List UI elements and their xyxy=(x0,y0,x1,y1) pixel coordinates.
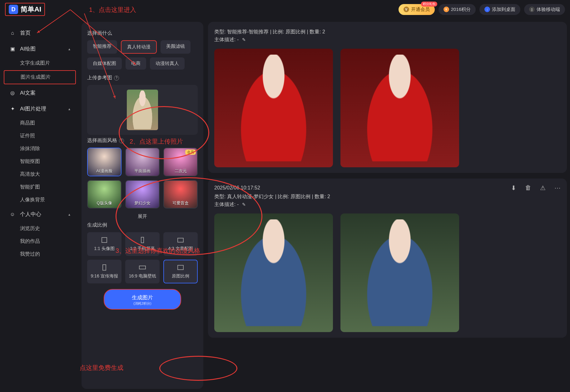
desc-text: 主体描述: - xyxy=(214,37,239,42)
nav-bg[interactable]: 人像换背景 xyxy=(0,194,80,206)
tag-beauty[interactable]: 美颜滤镜 xyxy=(161,40,191,54)
nav-erase[interactable]: 涂抹消除 xyxy=(0,142,80,155)
l: 浏览历史 xyxy=(20,225,40,232)
result-card-2: 2025/02/06 10:17:52 ⬇ 🗑 ⚠ ⋯ 类型: 真人转动漫-梦幻… xyxy=(208,179,567,338)
result-image[interactable] xyxy=(214,49,333,167)
style-flat[interactable]: 平面插画 xyxy=(125,148,160,176)
nav-home[interactable]: ⌂ 首页 xyxy=(0,25,80,41)
points-label: 2016积分 xyxy=(451,7,471,12)
ratio-16-9[interactable]: 16:9 电脑壁纸 xyxy=(125,260,160,283)
coin-icon: ¥ xyxy=(444,7,449,12)
upload-area[interactable] xyxy=(87,85,198,135)
chevron-up-icon: ▴ xyxy=(68,107,70,111)
expand-styles[interactable]: 展开 xyxy=(87,213,198,219)
result-timestamp: 2025/02/06 10:17:52 xyxy=(214,185,260,191)
nav-upscale[interactable]: 高清放大 xyxy=(0,168,80,181)
style-grid: AI漫画脸 平面插画 会员二次元 Q版头像 梦幻少女 可爱盲盒 xyxy=(87,148,198,208)
nav-cutout[interactable]: 智能抠图 xyxy=(0,155,80,168)
nav-text2img-label: 文字生成图片 xyxy=(20,60,50,66)
what-label: 选择画什么 xyxy=(87,30,198,37)
ratio-original[interactable]: 原图比例 xyxy=(163,260,198,283)
ratio-1-2[interactable]: 1:2 手机屏幕 xyxy=(125,232,160,256)
more-icon[interactable]: ⋯ xyxy=(554,184,561,192)
nav-history[interactable]: 浏览历史 xyxy=(0,222,80,235)
nav-text2img[interactable]: 文字生成图片 xyxy=(0,57,80,70)
logo[interactable]: D 简单AI xyxy=(5,3,45,16)
points-pill[interactable]: ¥ 2016积分 xyxy=(439,4,476,15)
rl: 16:9 电脑壁纸 xyxy=(129,273,156,279)
add-desktop-button[interactable]: ↓ 添加到桌面 xyxy=(479,4,520,15)
nav-idphoto[interactable]: 证件照 xyxy=(0,130,80,142)
ratio-1-1[interactable]: 1:1 头像图 xyxy=(87,232,121,256)
ratio-4-3[interactable]: 4:3 文章配图 xyxy=(163,232,198,256)
l: 高清放大 xyxy=(20,171,40,178)
nav-img2img[interactable]: 图片生成图片 xyxy=(4,70,76,84)
mobile-button[interactable]: ▯ 体验移动端 xyxy=(524,4,565,15)
ratio-grid: 1:1 头像图 1:2 手机屏幕 4:3 文章配图 9:16 宣传海报 16:9… xyxy=(87,232,198,283)
l: 我赞过的 xyxy=(20,251,40,257)
ratio-icon xyxy=(177,264,184,271)
chevron-up-icon: ▴ xyxy=(68,47,70,51)
result-meta-desc: 主体描述: - ✎ xyxy=(214,37,561,43)
style-ai-manga[interactable]: AI漫画脸 xyxy=(87,148,121,176)
l: 商品图 xyxy=(20,120,35,126)
sl: 平面插画 xyxy=(134,167,151,176)
gen-label: 生成图片 xyxy=(104,294,181,301)
rl: 1:2 手机屏幕 xyxy=(130,246,155,252)
sl: 梦幻少女 xyxy=(134,199,151,208)
text-icon: ◎ xyxy=(9,90,16,96)
rl: 原图比例 xyxy=(172,273,189,279)
nav-expand[interactable]: 智能扩图 xyxy=(0,181,80,194)
nav-ai-draw-label: AI绘图 xyxy=(20,45,36,52)
process-icon: ✦ xyxy=(9,106,16,112)
ratio-icon xyxy=(101,264,108,271)
person-placeholder xyxy=(130,91,155,129)
gift-badge: 积分礼包 xyxy=(421,2,437,7)
home-icon: ⌂ xyxy=(9,30,16,36)
help-icon[interactable]: ? xyxy=(119,138,124,143)
style-2d[interactable]: 会员二次元 xyxy=(163,148,198,176)
chevron-up-icon: ▴ xyxy=(68,212,70,217)
ratio-9-16[interactable]: 9:16 宣传海报 xyxy=(87,260,121,283)
sl: 可爱盲盒 xyxy=(172,199,189,208)
person-placeholder xyxy=(232,55,315,161)
generate-button[interactable]: 生成图片 (消耗2积分) xyxy=(104,289,181,310)
person-placeholder xyxy=(358,219,441,326)
result-image[interactable] xyxy=(214,213,333,332)
warning-icon[interactable]: ⚠ xyxy=(540,184,546,192)
tag-smart[interactable]: 智能推荐 xyxy=(87,40,117,54)
rl: 4:3 文章配图 xyxy=(168,246,193,252)
download-icon: ↓ xyxy=(484,7,490,12)
result-image[interactable] xyxy=(340,213,459,332)
nav-liked[interactable]: 我赞过的 xyxy=(0,248,80,261)
result-images xyxy=(214,213,561,332)
style-blind[interactable]: 可爱盲盒 xyxy=(163,180,198,209)
person-placeholder xyxy=(358,55,441,161)
l: 我的作品 xyxy=(20,238,40,245)
result-meta-type: 类型: 真人转动漫-梦幻少女 | 比例: 原图比例 | 数量: 2 xyxy=(214,194,561,200)
style-dream[interactable]: 梦幻少女 xyxy=(125,180,160,209)
help-icon[interactable]: ? xyxy=(114,76,119,81)
vip-icon: V xyxy=(404,7,409,12)
style-q[interactable]: Q版头像 xyxy=(87,180,121,209)
nav-personal[interactable]: ☺ 个人中心 ▴ xyxy=(0,206,80,222)
sl: Q版头像 xyxy=(97,199,112,208)
tag-anime2real[interactable]: 动漫转真人 xyxy=(150,57,185,70)
nav-ai-draw[interactable]: ▣ AI绘图 ▴ xyxy=(0,41,80,57)
nav-ai-text[interactable]: ◎ AI文案 xyxy=(0,85,80,101)
nav-img-proc[interactable]: ✦ AI图片处理 ▴ xyxy=(0,101,80,117)
nav-ai-text-label: AI文案 xyxy=(20,89,36,96)
nav-product[interactable]: 商品图 xyxy=(0,117,80,130)
trash-icon[interactable]: 🗑 xyxy=(525,184,531,192)
result-image[interactable] xyxy=(340,49,459,167)
nav-works[interactable]: 我的作品 xyxy=(0,235,80,248)
l: 证件照 xyxy=(20,133,35,139)
upload-label: 上传参考图 ? xyxy=(87,75,198,81)
download-icon[interactable]: ⬇ xyxy=(511,184,516,192)
edit-icon[interactable]: ✎ xyxy=(242,37,246,42)
vip-button[interactable]: V 开通会员 积分礼包 xyxy=(399,4,435,15)
edit-icon[interactable]: ✎ xyxy=(242,202,246,207)
tag-real2anime[interactable]: 真人转动漫 xyxy=(121,40,157,54)
sidebar: ⌂ 首页 ▣ AI绘图 ▴ 文字生成图片 图片生成图片 ◎ AI文案 ✦ AI图… xyxy=(0,19,80,392)
gen-sub: (消耗2积分) xyxy=(104,301,181,306)
